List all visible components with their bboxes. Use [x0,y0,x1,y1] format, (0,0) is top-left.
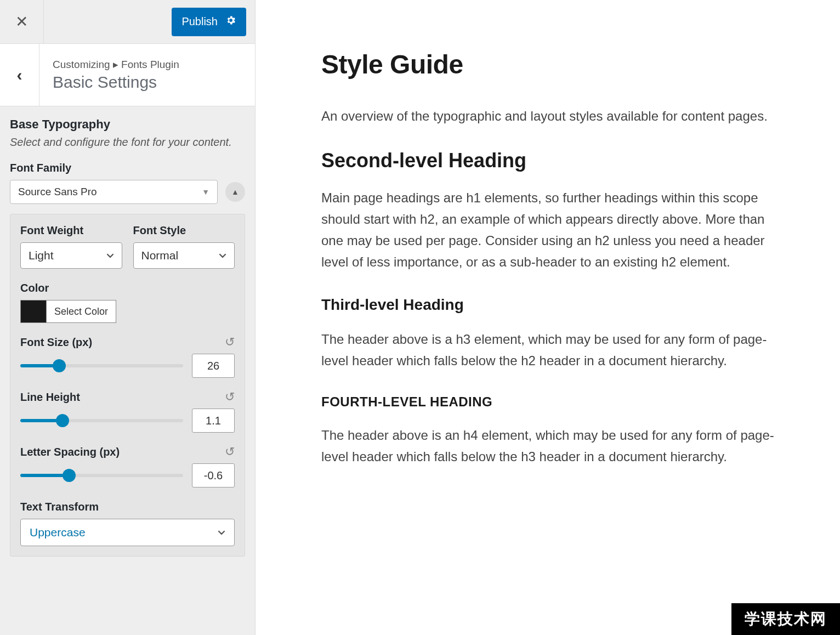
publish-button[interactable]: Publish [172,8,246,36]
customizer-topbar: ✕ Publish [0,0,255,44]
font-size-reset[interactable]: ↺ [225,335,235,349]
preview-h3: Third-level Heading [321,296,780,314]
line-height-label: Line Height [20,391,80,404]
preview-pane: Style Guide An overview of the typograph… [256,0,840,635]
text-transform-select[interactable]: Uppercase [20,519,235,546]
group-description: Select and configure the font for your c… [10,135,245,150]
line-height-reset[interactable]: ↺ [225,390,235,404]
back-button[interactable]: ‹ [0,44,39,106]
reset-icon: ↺ [225,335,235,349]
text-transform-value: Uppercase [30,526,86,539]
preview-h4: FOURTH-LEVEL HEADING [321,394,780,410]
font-size-slider[interactable] [20,364,183,367]
typography-subpanel: Font Weight Light Font Style Normal Colo… [10,214,245,557]
slider-thumb[interactable] [53,359,66,372]
font-family-value: Source Sans Pro [18,186,97,198]
letter-spacing-slider[interactable] [20,474,183,477]
preview-p4: The header above is an h4 element, which… [321,425,780,468]
group-heading: Base Typography [10,117,245,132]
reset-icon: ↺ [225,445,235,458]
font-style-select[interactable]: Normal [133,242,235,269]
select-color-button[interactable]: Select Color [47,300,116,323]
section-title: Basic Settings [53,73,179,92]
font-style-label: Font Style [133,224,235,237]
chevron-down-icon: ▼ [202,188,209,196]
text-transform-label: Text Transform [20,501,235,513]
chevron-down-icon [218,526,225,539]
font-family-select[interactable]: Source Sans Pro ▼ [10,180,218,204]
font-weight-select[interactable]: Light [20,242,122,269]
collapse-toggle[interactable]: ▲ [225,182,245,202]
watermark: 学课技术网 [731,603,840,635]
font-size-label: Font Size (px) [20,336,92,349]
panel-body: Base Typography Select and configure the… [0,106,255,635]
triangle-up-icon: ▲ [231,188,239,196]
preview-p2: Main page headings are h1 elements, so f… [321,188,780,273]
slider-thumb[interactable] [63,469,76,482]
reset-icon: ↺ [225,390,235,404]
chevron-down-icon [106,249,114,262]
gear-icon [225,15,236,29]
line-height-input[interactable]: 1.1 [192,409,235,433]
preview-h1: Style Guide [321,49,780,80]
close-icon: ✕ [15,13,28,31]
section-header: ‹ Customizing ▸ Fonts Plugin Basic Setti… [0,44,255,106]
color-label: Color [20,282,235,294]
chevron-left-icon: ‹ [17,66,22,84]
breadcrumb: Customizing ▸ Fonts Plugin [53,58,179,71]
font-family-label: Font Family [10,162,245,174]
close-button[interactable]: ✕ [0,0,44,44]
letter-spacing-label: Letter Spacing (px) [20,446,120,458]
letter-spacing-reset[interactable]: ↺ [225,445,235,459]
font-size-input[interactable]: 26 [192,354,235,378]
color-swatch[interactable] [20,300,47,323]
preview-h2: Second-level Heading [321,149,780,172]
font-weight-label: Font Weight [20,224,122,237]
font-weight-value: Light [29,249,54,262]
letter-spacing-input[interactable]: -0.6 [192,463,235,487]
font-style-value: Normal [141,249,179,262]
publish-label: Publish [181,15,218,28]
slider-thumb[interactable] [56,414,69,427]
chevron-down-icon [219,249,226,262]
preview-intro: An overview of the typographic and layou… [321,106,780,126]
preview-p3: The header above is a h3 element, which … [321,329,780,372]
line-height-slider[interactable] [20,419,183,422]
customizer-sidebar: ✕ Publish ‹ Customizing ▸ Fonts Plugin B… [0,0,256,635]
